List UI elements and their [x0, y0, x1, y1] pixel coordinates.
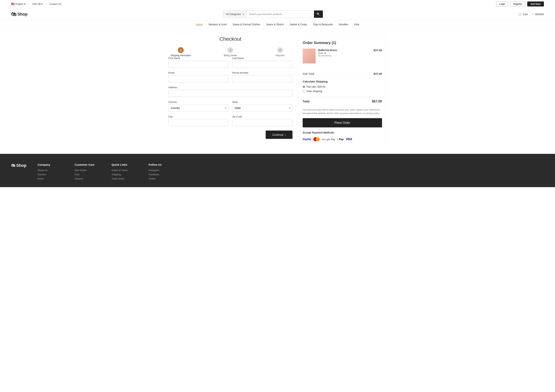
search-icon: 🔍 [316, 13, 320, 16]
language-selector[interactable]: 🇺🇸 English ▾ [11, 2, 26, 6]
main-nav: Home Western & Kurti Saree & Formal Clot… [0, 20, 555, 29]
footer-returns-link[interactable]: Returns [74, 177, 101, 180]
nav-item-hoodies[interactable]: Hoodies [339, 23, 348, 26]
footer-shipping-link[interactable]: Shipping [111, 173, 138, 176]
nav-item-western[interactable]: Western & Kurti [209, 23, 227, 26]
step-2-circle: 2 [227, 47, 233, 53]
currency-label: USD ($) [32, 3, 41, 5]
logo[interactable]: 🛍 Shop [11, 11, 28, 17]
shipping-flat-rate[interactable]: Flat rate: $30.00 [303, 85, 382, 88]
login-button[interactable]: Login [496, 1, 508, 7]
first-name-group: First Name [168, 57, 228, 68]
shipping-title: Calculate Shipping [303, 80, 382, 83]
category-arrow-icon: ▾ [243, 13, 244, 15]
footer-company-col: Company About Us Careers Press [37, 163, 64, 182]
footer-careers-link[interactable]: Careers [37, 173, 64, 176]
footer-facebook-link[interactable]: Facebook [149, 173, 175, 176]
footer-twitter-link[interactable]: Twitter [149, 177, 175, 180]
shipping-free[interactable]: Free shipping [303, 90, 382, 93]
city-zip-row: City Zip Code [168, 115, 292, 126]
contact-link[interactable]: Contact Us [49, 3, 61, 5]
cart-icon: 🛒 [518, 13, 522, 16]
continue-wrapper: Continue › [168, 130, 292, 139]
location-row: Country Country ▾ State State ▾ [168, 100, 292, 112]
country-select[interactable]: Country [168, 105, 228, 112]
footer-size-guide-link[interactable]: Size Guide [74, 169, 101, 171]
nav-item-home[interactable]: Home [196, 23, 203, 26]
flag-icon: 🇺🇸 [11, 2, 15, 6]
register-button[interactable]: Register [510, 1, 525, 7]
divider2: | [46, 3, 46, 6]
step-2: 2 Billing Details [218, 47, 243, 57]
footer-logo-icon: 🛍 [11, 163, 15, 168]
nav-item-jeans[interactable]: Jeans & Shorts [266, 23, 284, 26]
continue-arrow-icon: › [285, 133, 286, 136]
footer-faq-link[interactable]: FAQ [74, 173, 101, 176]
search-button[interactable]: 🔍 [314, 11, 323, 18]
city-input[interactable] [168, 119, 228, 126]
privacy-note: Your personal data will be used to proce… [303, 108, 382, 115]
first-name-input[interactable] [168, 61, 228, 68]
footer-about-link[interactable]: About Us [37, 169, 64, 171]
cart-label: Cart [523, 13, 528, 16]
last-name-input[interactable] [232, 61, 292, 68]
mastercard-icon [313, 137, 320, 142]
footer-content: 🛍 Shop Company About Us Careers Press Cu… [11, 163, 544, 182]
last-name-group: Last Name [232, 57, 292, 68]
state-select[interactable]: State [232, 105, 292, 112]
zip-input[interactable] [232, 119, 292, 126]
nav-item-jacket[interactable]: Jacket & Coats [290, 23, 307, 26]
checkout-section: Checkout 1 Shipping Information 2 Billin… [168, 36, 292, 146]
wishlist-icon: ♡ [532, 13, 534, 16]
step-1: 1 Shipping Information [168, 47, 193, 57]
free-shipping-label: Free shipping [307, 90, 322, 93]
product-size: Size: M [318, 52, 371, 54]
googlepay-icon: Google Pay [322, 137, 335, 142]
phone-group: Phone Number [232, 71, 292, 82]
continue-button[interactable]: Continue › [266, 130, 292, 139]
footer-track-link[interactable]: Track Order [111, 177, 138, 180]
email-label: Email [168, 71, 228, 74]
subtotal-row: Sub Total $37.00 [303, 70, 382, 77]
step-3-label: Payment [276, 54, 284, 57]
phone-input[interactable] [232, 75, 292, 82]
cart-button[interactable]: 🛒 Cart [518, 13, 528, 16]
last-name-label: Last Name [232, 57, 292, 60]
sell-now-button[interactable]: Sell Now [527, 1, 544, 7]
email-input[interactable] [168, 75, 228, 82]
phone-label: Phone Number [232, 71, 292, 74]
order-summary-title: Order Summary (1) [303, 41, 382, 45]
subtotal-value: $37.00 [373, 72, 382, 75]
product-seller: By trendshop [318, 54, 371, 57]
nav-item-saree[interactable]: Saree & Formal Clothes [233, 23, 260, 26]
footer-logo-section: 🛍 Shop [11, 163, 26, 182]
wishlist-button[interactable]: ♡ Wishlist [532, 13, 544, 16]
flat-rate-radio[interactable] [303, 86, 305, 88]
nav-item-kids[interactable]: Kids [354, 23, 359, 26]
footer-duties-link[interactable]: Duties & Taxes [111, 169, 138, 171]
continue-label: Continue [272, 133, 283, 136]
footer: 🛍 Shop Company About Us Careers Press Cu… [0, 154, 555, 187]
category-dropdown[interactable]: All Categories ▾ [223, 11, 247, 17]
product-price: $37.00 [373, 49, 382, 52]
main-content: Checkout 1 Shipping Information 2 Billin… [157, 29, 398, 154]
country-select-wrapper: Country ▾ [168, 105, 228, 112]
product-details: Ballerina Dress Size: M By trendshop [318, 49, 371, 57]
search-input[interactable] [247, 11, 314, 17]
language-label: English [15, 3, 23, 5]
nav-item-tops[interactable]: Tops & Bodysuits [313, 23, 333, 26]
step-connector-2 [243, 50, 268, 50]
category-label: All Categories [226, 13, 241, 15]
footer-press-link[interactable]: Press [37, 177, 64, 180]
footer-instagram-link[interactable]: Instagram [149, 169, 175, 171]
subtotal-label: Sub Total [303, 72, 314, 75]
logo-text: Shop [17, 12, 28, 17]
total-value: $67.00 [372, 100, 382, 103]
currency-selector[interactable]: USD ($) ▾ [32, 3, 43, 5]
free-shipping-radio[interactable] [303, 90, 305, 93]
address-input[interactable] [168, 90, 292, 97]
step-connector-1 [193, 50, 218, 50]
visa-icon: VISA [346, 137, 352, 142]
place-order-button[interactable]: Place Order [303, 118, 382, 127]
city-group: City [168, 115, 228, 126]
